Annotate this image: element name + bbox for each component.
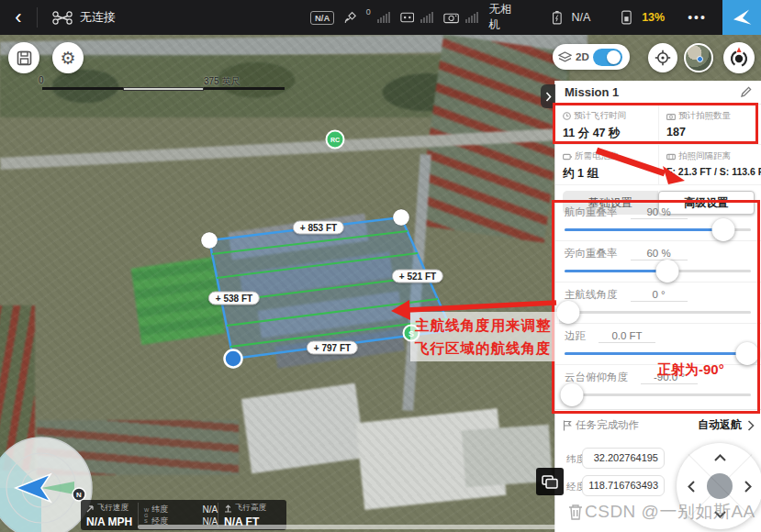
- nudge-up-button[interactable]: [714, 454, 726, 461]
- slider-row-route-angle: 主航线角度 0 °: [555, 283, 761, 324]
- camera-icon: [666, 113, 676, 120]
- north-badge: N: [73, 488, 85, 501]
- watermark: CSDN @一别如斯AA: [567, 500, 755, 524]
- camera-icon: [443, 11, 459, 25]
- altitude-icon: [224, 504, 232, 513]
- course-overlap-input[interactable]: 90 %: [631, 206, 688, 219]
- clock-icon: [563, 112, 571, 120]
- telemetry-lat-label: 纬度: [151, 504, 168, 515]
- rc-signal-bars: [420, 12, 433, 23]
- slider-row-gimbal-pitch: 云台俯仰角度 -90.0 °: [555, 365, 761, 406]
- edge-distance-label: + 853 FT: [293, 221, 344, 235]
- route-angle-input[interactable]: 0 °: [631, 289, 688, 302]
- speed-icon: [86, 504, 95, 513]
- edge-distance-label: + 521 FT: [392, 270, 443, 283]
- home-indicator[interactable]: [138, 525, 624, 529]
- status-bar: ‹ 无连接 N/A 0: [0, 0, 761, 35]
- stat-label: 所需电池数: [575, 150, 619, 162]
- nudge-left-button[interactable]: [688, 481, 695, 493]
- attitude-compass: N: [0, 437, 93, 532]
- telemetry-lat-value: N/A: [203, 504, 218, 515]
- device-battery-icon: [621, 9, 632, 26]
- minimap-position-dot: [697, 56, 703, 62]
- mission-planner-app: 0 375 英尺 ⚙ 2D: [0, 0, 761, 532]
- more-menu-button[interactable]: •••: [688, 10, 707, 25]
- slider-label: 边距: [565, 329, 586, 343]
- minimap[interactable]: [684, 43, 713, 72]
- flag-icon: [563, 420, 572, 431]
- slider-row-side-overlap: 旁向重叠率 60 %: [555, 241, 761, 283]
- gimbal-pitch-input[interactable]: -90.0 °: [641, 371, 698, 384]
- wgs-label: WGS: [144, 507, 149, 524]
- nudge-center-button[interactable]: [707, 473, 733, 499]
- slider-label: 航向重叠率: [565, 205, 618, 219]
- edge-distance-label: + 797 FT: [307, 341, 358, 355]
- edge-distance-label: + 538 FT: [208, 292, 260, 305]
- map-mode-pill: 2D: [553, 44, 630, 70]
- course-overlap-slider[interactable]: [565, 228, 751, 231]
- photo-interval-value: F: 21.3 FT / S: 113.6 FT: [666, 166, 755, 177]
- slider-knob[interactable]: [735, 342, 758, 365]
- slider-label: 主航线角度: [565, 288, 618, 302]
- margin-input[interactable]: 0.0 FT: [599, 330, 655, 343]
- save-icon: [17, 50, 32, 66]
- altitude-label: 飞行高度: [235, 503, 266, 514]
- flight-mode-badge: N/A: [310, 11, 334, 25]
- slider-knob[interactable]: [711, 218, 734, 241]
- battery-icon: [563, 153, 572, 161]
- interval-icon: [666, 153, 676, 161]
- remote-controller-icon: [400, 11, 414, 24]
- overlapping-frames-icon: [542, 475, 558, 489]
- settings-button[interactable]: ⚙: [52, 42, 84, 73]
- chevron-right-icon: [545, 92, 552, 102]
- side-overlap-input[interactable]: 60 %: [631, 248, 688, 260]
- gear-icon: ⚙: [60, 50, 75, 67]
- stat-label: 预计拍照数量: [678, 110, 731, 122]
- map-mode-label: 2D: [576, 51, 589, 62]
- mission-stats: 预计飞行时间 11 分 47 秒 预计拍照数量 187: [555, 105, 761, 185]
- map-2d-toggle[interactable]: [593, 49, 622, 66]
- satellite-signal-bars: [377, 12, 390, 23]
- map-scale-start: 0: [39, 75, 44, 85]
- svg-text:N: N: [76, 491, 82, 499]
- compass-icon: [728, 47, 750, 69]
- nudge-right-button[interactable]: [744, 481, 752, 493]
- compass-reset-button[interactable]: [723, 42, 755, 73]
- photo-count-value: 187: [666, 126, 755, 139]
- flight-time-value: 11 分 47 秒: [563, 126, 651, 141]
- slider-row-course-overlap: 航向重叠率 90 %: [555, 200, 761, 241]
- drone-icon: [52, 11, 73, 25]
- chevron-right-icon: [747, 420, 755, 431]
- route-angle-slider[interactable]: [565, 311, 751, 314]
- locate-button[interactable]: [648, 43, 677, 72]
- longitude-input[interactable]: 118.716763493: [582, 475, 665, 496]
- crosshair-icon: [655, 50, 671, 66]
- edit-pencil-icon[interactable]: [740, 86, 752, 98]
- takeoff-button[interactable]: [722, 0, 761, 35]
- slider-knob[interactable]: [561, 383, 584, 406]
- map-scale-end: 375 英尺: [204, 75, 240, 88]
- margin-slider[interactable]: [565, 352, 751, 355]
- mission-panel: Mission 1 预计飞行时间 11 分 47 秒: [554, 81, 761, 532]
- finish-action-value: 自动返航: [698, 417, 742, 433]
- slider-knob[interactable]: [557, 301, 580, 324]
- aircraft-battery-value: N/A: [571, 11, 590, 24]
- slider-label: 旁向重叠率: [565, 247, 618, 260]
- side-overlap-slider[interactable]: [565, 270, 751, 272]
- device-battery-value: 13%: [642, 11, 665, 24]
- finish-action-row[interactable]: 任务完成动作 自动返航: [555, 409, 761, 440]
- slider-knob[interactable]: [655, 260, 678, 283]
- latitude-input[interactable]: 32.202764195: [582, 448, 665, 469]
- panel-collapse-handle[interactable]: [541, 84, 555, 108]
- save-mission-button[interactable]: [8, 42, 39, 73]
- gimbal-pitch-slider[interactable]: [565, 393, 751, 396]
- finish-action-label: 任务完成动作: [576, 418, 639, 432]
- back-button[interactable]: ‹: [0, 6, 37, 29]
- speed-label: 飞行速度: [97, 503, 129, 514]
- airplane-icon: [730, 6, 753, 29]
- slider-row-margin: 边距 0.0 FT: [555, 324, 761, 365]
- stat-label: 预计飞行时间: [574, 110, 626, 122]
- map-layer-switch-button[interactable]: [536, 468, 564, 495]
- connection-status: 无连接: [80, 9, 116, 26]
- satellite-icon: [344, 10, 358, 25]
